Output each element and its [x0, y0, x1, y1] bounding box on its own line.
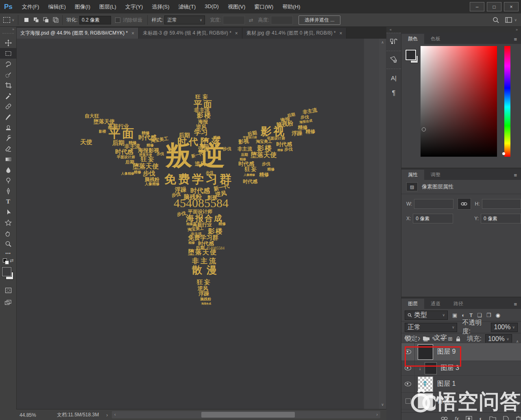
color-picker-cursor[interactable]	[422, 127, 426, 131]
type-tool[interactable]: T	[0, 196, 16, 207]
menu-item-4[interactable]: 图层(L)	[95, 3, 121, 11]
tab-paths[interactable]: 路径	[447, 299, 470, 309]
path-selection-tool[interactable]	[0, 207, 16, 217]
quick-selection-tool[interactable]	[0, 69, 16, 80]
height-field[interactable]	[482, 199, 521, 209]
layer-name[interactable]: 文字	[434, 334, 447, 342]
close-button[interactable]: ×	[504, 2, 519, 11]
brush-tool[interactable]	[0, 112, 16, 122]
layer-thumbnail[interactable]	[418, 393, 433, 409]
scroll-down-icon[interactable]: ∨	[379, 402, 386, 407]
layer-thumbnail[interactable]	[418, 376, 433, 392]
tab-color[interactable]: 颜色	[401, 34, 424, 44]
filter-adjustment-layers-icon[interactable]: ◐	[462, 312, 465, 318]
minimize-button[interactable]: –	[470, 2, 484, 11]
swap-dimensions-icon[interactable]: ⇄	[249, 17, 253, 23]
layer-name[interactable]: 背景	[437, 397, 450, 405]
height-input[interactable]	[271, 16, 293, 24]
hue-slider-marker[interactable]	[502, 152, 505, 155]
panel-menu-icon[interactable]: ≡	[514, 172, 517, 178]
expand-group-icon[interactable]: ›	[418, 335, 420, 342]
scroll-right-icon[interactable]: ›	[376, 412, 378, 417]
search-icon[interactable]	[493, 17, 499, 24]
horizontal-scrollbar[interactable]: ‹ ›	[112, 411, 380, 418]
filter-smart-objects-icon[interactable]: ❐	[486, 312, 491, 318]
tab-swatches[interactable]: 色板	[424, 34, 447, 44]
menu-item-2[interactable]: 编辑(E)	[44, 3, 70, 11]
width-field[interactable]	[414, 199, 453, 209]
toolbar-collapse-icon[interactable]: »	[0, 26, 16, 33]
toolbar-ellipsis[interactable]: •••	[0, 249, 16, 257]
delete-layer-icon[interactable]	[516, 416, 521, 420]
document-tab-3[interactable]: 素材.jpg @ 41.4% (图层 0 拷贝, RGB/8) * ×	[242, 28, 347, 39]
tab-close-icon[interactable]: ×	[131, 31, 134, 36]
character-panel-icon[interactable]: A|	[386, 68, 401, 86]
gradient-tool[interactable]	[0, 154, 16, 164]
filter-toggle-icon[interactable]: ◉	[495, 312, 500, 318]
history-panel-icon[interactable]	[386, 33, 401, 50]
status-expand-icon[interactable]: ›	[106, 412, 108, 418]
y-field[interactable]: 0 像素	[481, 214, 521, 223]
tab-close-icon[interactable]: ×	[235, 31, 238, 36]
paragraph-panel-icon[interactable]: ¶	[386, 86, 401, 100]
blur-tool[interactable]	[0, 164, 16, 175]
zoom-tool[interactable]	[0, 238, 16, 249]
foreground-color-swatch[interactable]	[405, 50, 416, 60]
eyedropper-tool[interactable]	[0, 90, 16, 101]
zoom-level[interactable]: 44.85%	[20, 412, 48, 418]
menu-item-10[interactable]: 窗口(W)	[250, 3, 278, 11]
expand-panels-icon[interactable]: «	[390, 28, 392, 32]
rectangular-marquee-tool[interactable]	[0, 48, 16, 59]
subtract-selection-button[interactable]	[43, 17, 49, 23]
link-layers-icon[interactable]	[441, 416, 448, 420]
antialias-checkbox[interactable]	[115, 18, 120, 23]
workspace-switcher[interactable]: ∨	[505, 17, 517, 23]
tab-close-icon[interactable]: ×	[339, 31, 342, 36]
menu-item-9[interactable]: 视图(V)	[223, 3, 250, 11]
layer-row[interactable]: 图层 1	[401, 376, 521, 393]
swap-colors-icon[interactable]: ⇄	[10, 258, 13, 263]
tool-preset-picker[interactable]: ∨	[3, 17, 15, 23]
default-swap-colors[interactable]: ⇄	[0, 257, 16, 265]
layer-name[interactable]: 图层 1	[437, 380, 456, 388]
layers-scrollbar[interactable]: ∧ ∨	[514, 291, 520, 414]
visibility-toggle[interactable]	[401, 393, 415, 409]
new-selection-button[interactable]	[23, 17, 30, 23]
menu-item-8[interactable]: 3D(D)	[200, 3, 223, 11]
collapse-dock-icon[interactable]: »	[516, 28, 518, 32]
layer-row-group[interactable]: › 文字	[401, 333, 521, 343]
new-layer-icon[interactable]	[503, 416, 509, 420]
menu-item-1[interactable]: 文件(F)	[17, 3, 44, 11]
menu-item-6[interactable]: 选择(S)	[147, 3, 174, 11]
blend-mode-select[interactable]: 正常 ∨	[405, 323, 457, 332]
pen-tool[interactable]	[0, 186, 16, 196]
vertical-scrollbar[interactable]: ∧ ∨	[379, 39, 386, 409]
layer-effects-icon[interactable]: fx	[455, 416, 459, 420]
clone-stamp-tool[interactable]	[0, 122, 16, 133]
tab-adjustments[interactable]: 调整	[424, 170, 447, 180]
scroll-down-icon[interactable]: ∨	[514, 402, 520, 406]
visibility-toggle[interactable]	[401, 376, 415, 392]
scroll-up-icon[interactable]: ∧	[379, 40, 386, 44]
panel-menu-icon[interactable]: ≡	[514, 36, 517, 42]
layer-row-background[interactable]: 背景	[401, 393, 521, 409]
menu-item-7[interactable]: 滤镜(T)	[174, 3, 201, 11]
foreground-color-swatch[interactable]	[2, 267, 11, 276]
move-tool[interactable]	[0, 37, 16, 48]
x-field[interactable]: 0 像素	[413, 214, 453, 223]
visibility-toggle[interactable]	[401, 333, 415, 343]
spot-healing-brush-tool[interactable]	[0, 101, 16, 112]
menu-item-11[interactable]: 帮助(H)	[278, 3, 305, 11]
menu-item-3[interactable]: 图像(I)	[70, 3, 95, 11]
canvas[interactable]: 狂妄平面非主流影楼海报逆风学习后期精修自大狂堕落天使高薪行业影楼平面精修时代感后…	[16, 39, 386, 409]
add-selection-button[interactable]	[33, 17, 39, 23]
tab-layers[interactable]: 图层	[401, 299, 424, 309]
width-input[interactable]	[223, 16, 245, 24]
new-group-icon[interactable]	[489, 416, 496, 420]
feather-input[interactable]: 0.2 像素	[79, 16, 111, 24]
screen-mode-button[interactable]	[0, 297, 16, 308]
horizontal-scroll-thumb[interactable]	[201, 412, 295, 418]
scroll-left-icon[interactable]: ‹	[114, 412, 116, 417]
custom-shape-tool[interactable]	[0, 217, 16, 228]
toolbar-grip[interactable]	[2, 33, 14, 36]
